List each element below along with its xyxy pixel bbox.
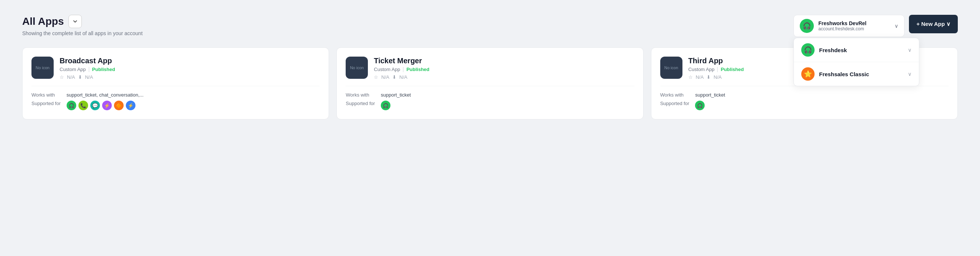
supported-for-label-3: Supported for — [660, 101, 689, 110]
dropdown-item-freshsales[interactable]: ⭐ Freshsales Classic ∨ — [794, 62, 919, 86]
no-icon-label-2: No icon — [350, 65, 364, 70]
app-details-broadcast: Broadcast App Custom App Published ☆ N/A… — [60, 57, 115, 80]
support-icon-th-1: 🎧 — [695, 101, 705, 110]
app-status-ticket-merger: Published — [406, 67, 429, 72]
support-icon-3: 💬 — [90, 101, 100, 110]
app-details-third: Third App Custom App Published ☆ N/A ⬇ N… — [688, 57, 744, 80]
page-subtitle: Showing the complete list of all apps in… — [22, 30, 143, 36]
account-avatar: 🎧 — [800, 19, 814, 33]
works-with-label-3: Works with — [660, 92, 689, 98]
works-with-value-broadcast: support_ticket, chat_conversation,... — [67, 92, 320, 98]
app-stats-broadcast: ☆ N/A ⬇ N/A — [60, 74, 115, 80]
account-info: Freshworks DevRel account.freshdesk.com — [818, 20, 890, 32]
account-avatar-icon: 🎧 — [803, 22, 811, 30]
freshsales-icon: ⭐ — [801, 67, 815, 81]
page-title: All Apps — [22, 16, 64, 27]
account-selector[interactable]: 🎧 Freshworks DevRel account.freshdesk.co… — [794, 15, 905, 37]
downloads-ticket-merger: N/A — [399, 74, 407, 80]
card-bottom-ticket-merger: Works with support_ticket Supported for … — [346, 92, 634, 110]
app-type-ticket-merger: Custom App — [374, 67, 400, 72]
title-area: All Apps Showing the complete list of al… — [22, 15, 143, 36]
freshdesk-chevron-icon: ∨ — [908, 47, 912, 53]
download-icon: ⬇ — [78, 74, 82, 80]
download-icon-2: ⬇ — [392, 74, 396, 80]
download-icon-3: ⬇ — [706, 74, 711, 80]
freshsales-chevron-icon: ∨ — [908, 71, 912, 77]
downloads-broadcast: N/A — [85, 74, 93, 80]
support-icon-tm-1: 🎧 — [381, 101, 390, 110]
support-icon-2: 📞 — [78, 101, 88, 110]
app-details-ticket-merger: Ticket Merger Custom App Published ☆ N/A… — [374, 57, 429, 80]
app-name-ticket-merger: Ticket Merger — [374, 57, 429, 65]
app-meta-third: Custom App Published — [688, 67, 744, 72]
support-icon-4: ⚡ — [102, 101, 112, 110]
card-bottom-third: Works with support_ticket Supported for … — [660, 92, 948, 110]
rating-third: N/A — [696, 74, 704, 80]
works-with-value-ticket-merger: support_ticket — [381, 92, 634, 98]
account-name: Freshworks DevRel — [818, 20, 890, 26]
supported-for-label: Supported for — [32, 101, 61, 110]
app-stats-ticket-merger: ☆ N/A ⬇ N/A — [374, 74, 429, 80]
rating-broadcast: N/A — [67, 74, 75, 80]
supported-for-label-2: Supported for — [346, 101, 375, 110]
app-icon-ticket-merger: No icon — [346, 57, 368, 79]
title-row: All Apps — [22, 15, 143, 28]
works-with-label: Works with — [32, 92, 61, 98]
app-status-broadcast: Published — [92, 67, 115, 72]
app-meta-broadcast: Custom App Published — [60, 67, 115, 72]
app-card-ticket-merger: No icon Ticket Merger Custom App Publish… — [336, 47, 643, 119]
app-card-broadcast: No icon Broadcast App Custom App Publish… — [22, 47, 329, 119]
supported-icons-ticket-merger: 🎧 — [381, 101, 634, 110]
header-right: 🎧 Freshworks DevRel account.freshdesk.co… — [794, 15, 958, 37]
support-icon-6: ⚡ — [126, 101, 135, 110]
works-with-value-third: support_ticket — [695, 92, 948, 98]
app-meta-ticket-merger: Custom App Published — [374, 67, 429, 72]
card-divider — [32, 86, 320, 86]
app-name-third: Third App — [688, 57, 744, 65]
star-icon: ☆ — [60, 74, 64, 80]
new-app-label: + New App ∨ — [916, 21, 950, 27]
support-icon-1: 🎧 — [67, 101, 76, 110]
freshsales-label: Freshsales Classic — [819, 71, 904, 77]
app-icon-broadcast: No icon — [32, 57, 54, 79]
support-icon-5: 🔶 — [114, 101, 124, 110]
rating-ticket-merger: N/A — [381, 74, 389, 80]
meta-divider — [89, 67, 89, 72]
title-dropdown-button[interactable] — [68, 15, 82, 28]
app-name-broadcast: Broadcast App — [60, 57, 115, 65]
meta-divider-3 — [717, 67, 718, 72]
app-icon-third: No icon — [660, 57, 682, 79]
account-chevron-icon: ∨ — [894, 23, 898, 29]
supported-icons-third: 🎧 — [695, 101, 948, 110]
card-bottom-broadcast: Works with support_ticket, chat_conversa… — [32, 92, 320, 110]
card-top-2: No icon Ticket Merger Custom App Publish… — [346, 57, 634, 80]
account-dropdown: 🎧 Freshdesk ∨ ⭐ Freshsales Classic ∨ — [794, 38, 919, 86]
dropdown-item-freshdesk[interactable]: 🎧 Freshdesk ∨ — [794, 38, 919, 62]
app-stats-third: ☆ N/A ⬇ N/A — [688, 74, 744, 80]
chevron-down-icon — [72, 19, 78, 24]
meta-divider-2 — [403, 67, 403, 72]
star-icon-3: ☆ — [688, 74, 693, 80]
freshdesk-label: Freshdesk — [819, 47, 904, 53]
works-with-label-2: Works with — [346, 92, 375, 98]
supported-icons-broadcast: 🎧 📞 💬 ⚡ 🔶 ⚡ — [67, 101, 320, 110]
card-divider-2 — [346, 86, 634, 86]
freshdesk-icon: 🎧 — [801, 43, 815, 57]
app-type-broadcast: Custom App — [60, 67, 86, 72]
new-app-button[interactable]: + New App ∨ — [909, 15, 958, 33]
page-header: All Apps Showing the complete list of al… — [22, 15, 958, 37]
star-icon-2: ☆ — [374, 74, 378, 80]
no-icon-label: No icon — [35, 65, 49, 70]
card-top: No icon Broadcast App Custom App Publish… — [32, 57, 320, 80]
account-url: account.freshdesk.com — [818, 26, 890, 32]
no-icon-label-3: No icon — [664, 65, 678, 70]
app-type-third: Custom App — [688, 67, 714, 72]
app-status-third: Published — [721, 67, 743, 72]
downloads-third: N/A — [714, 74, 722, 80]
